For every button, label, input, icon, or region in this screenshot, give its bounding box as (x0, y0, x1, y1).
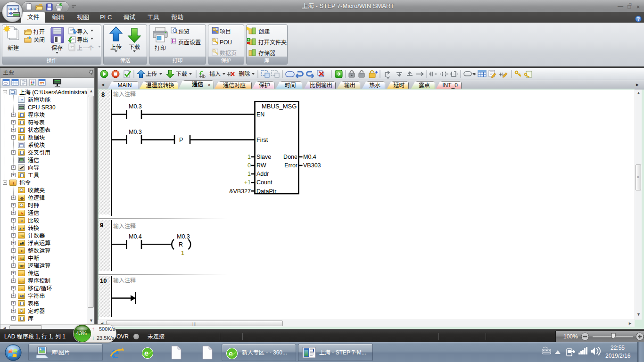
svg-text:M0.3: M0.3 (177, 233, 190, 240)
svg-text:Addr: Addr (256, 171, 269, 177)
svg-text:D: D (203, 75, 206, 78)
svg-text:+1: +1 (244, 179, 251, 186)
svg-text:e: e (144, 349, 149, 357)
svg-text:M0.4: M0.4 (303, 154, 316, 160)
svg-text:Error: Error (284, 162, 297, 169)
svg-text:+: + (248, 38, 250, 42)
svg-text:1: 1 (248, 171, 251, 177)
svg-text:e: e (111, 345, 119, 360)
svg-text:VB303: VB303 (303, 162, 321, 169)
svg-text:Done: Done (283, 154, 297, 160)
svg-text:DataPtr: DataPtr (256, 188, 276, 195)
svg-text:P: P (179, 137, 183, 143)
svg-text:M0.3: M0.3 (129, 103, 142, 110)
svg-text:R: R (179, 241, 183, 248)
svg-text:EN: EN (256, 111, 264, 118)
svg-text:1: 1 (248, 154, 251, 160)
svg-text:1: 1 (181, 250, 184, 256)
svg-text:MBUS_MSG: MBUS_MSG (262, 103, 297, 110)
svg-text:e: e (229, 350, 233, 358)
svg-text:First: First (256, 137, 268, 143)
svg-text:M0.3: M0.3 (129, 129, 142, 135)
svg-text:&VB327: &VB327 (229, 188, 251, 195)
svg-text:M0.4: M0.4 (129, 233, 142, 240)
svg-text:Slave: Slave (256, 154, 271, 160)
svg-text:0: 0 (248, 162, 251, 169)
svg-text:Count: Count (256, 179, 272, 186)
svg-text:RW: RW (256, 162, 266, 169)
